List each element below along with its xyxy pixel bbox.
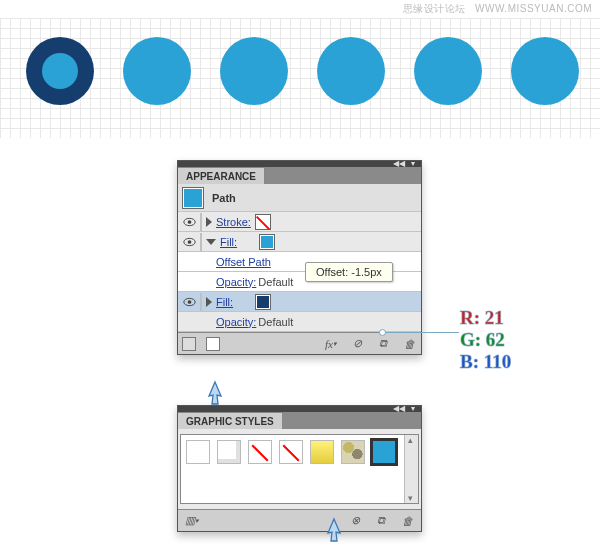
target-type: Path xyxy=(212,192,236,204)
circle[interactable] xyxy=(123,37,191,105)
style-thumb-selected[interactable] xyxy=(372,440,396,464)
circle-ring[interactable] xyxy=(26,37,94,105)
fill-label[interactable]: Fill: xyxy=(216,296,233,308)
pointer-arrow xyxy=(325,517,343,543)
watermark: 思缘设计论坛 WWW.MISSYUAN.COM xyxy=(403,2,592,16)
styles-list[interactable] xyxy=(180,434,419,504)
fill-row-2[interactable]: Fill: xyxy=(178,292,421,312)
new-art-icon[interactable] xyxy=(206,337,220,351)
trash-icon[interactable]: 🗑 xyxy=(399,513,415,529)
watermark-en: WWW.MISSYUAN.COM xyxy=(475,3,592,14)
stroke-row[interactable]: Stroke: xyxy=(178,212,421,232)
fill-swatch-cyan[interactable] xyxy=(259,234,275,250)
svg-point-3 xyxy=(187,240,191,244)
fx-icon[interactable]: fx▾ xyxy=(323,336,339,352)
no-selection-icon[interactable] xyxy=(182,337,196,351)
panel-tabs: GRAPHIC STYLES xyxy=(178,412,421,429)
style-thumb[interactable] xyxy=(341,440,365,464)
callout-line xyxy=(384,332,459,333)
target-swatch xyxy=(182,187,204,209)
opacity-value: Default xyxy=(258,276,293,288)
expand-icon[interactable] xyxy=(206,217,212,227)
watermark-cn: 思缘设计论坛 xyxy=(403,3,466,14)
expand-icon[interactable] xyxy=(206,297,212,307)
collapse-icon[interactable] xyxy=(206,239,216,245)
panel-tabs: APPEARANCE xyxy=(178,167,421,184)
circle[interactable] xyxy=(511,37,579,105)
new-style-icon[interactable]: ⧉ xyxy=(373,513,389,529)
duplicate-icon[interactable]: ⧉ xyxy=(375,336,391,352)
style-thumb[interactable] xyxy=(217,440,241,464)
tab-graphic-styles[interactable]: GRAPHIC STYLES xyxy=(178,412,283,429)
rgb-callout: R: 21 G: 62 B: 110 xyxy=(460,307,511,373)
circle[interactable] xyxy=(317,37,385,105)
offset-tooltip: Offset: -1.5px xyxy=(305,262,393,282)
appearance-panel: ◀◀▾ APPEARANCE Path Stroke: Fill: Offset… xyxy=(177,160,422,355)
trash-icon[interactable]: 🗑 xyxy=(401,336,417,352)
offset-path-link[interactable]: Offset Path xyxy=(216,256,271,268)
visibility-icon[interactable] xyxy=(182,215,196,229)
style-thumb[interactable] xyxy=(186,440,210,464)
fill-swatch-navy[interactable] xyxy=(255,294,271,310)
visibility-icon[interactable] xyxy=(182,295,196,309)
styles-footer: ▥▾ ⊗ ⧉ 🗑 xyxy=(178,509,421,531)
opacity-label[interactable]: Opacity: xyxy=(216,276,256,288)
fill-row-1[interactable]: Fill: xyxy=(178,232,421,252)
opacity-value: Default xyxy=(258,316,293,328)
style-thumb[interactable] xyxy=(310,440,334,464)
break-link-icon[interactable]: ⊗ xyxy=(347,513,363,529)
scrollbar[interactable] xyxy=(404,435,418,503)
style-thumb[interactable] xyxy=(279,440,303,464)
circle[interactable] xyxy=(220,37,288,105)
appearance-target-row[interactable]: Path xyxy=(178,184,421,212)
library-menu-icon[interactable]: ▥▾ xyxy=(184,513,200,529)
clear-appearance-icon[interactable]: ⊘ xyxy=(349,336,365,352)
visibility-icon[interactable] xyxy=(182,235,196,249)
svg-point-5 xyxy=(187,300,191,304)
tab-appearance[interactable]: APPEARANCE xyxy=(178,167,265,184)
opacity-label[interactable]: Opacity: xyxy=(216,316,256,328)
circle-row xyxy=(26,37,579,105)
style-thumb[interactable] xyxy=(248,440,272,464)
stroke-swatch-none[interactable] xyxy=(255,214,271,230)
graphic-styles-panel: ◀◀▾ GRAPHIC STYLES ▥▾ ⊗ ⧉ 🗑 xyxy=(177,405,422,532)
stroke-label[interactable]: Stroke: xyxy=(216,216,251,228)
fill-label[interactable]: Fill: xyxy=(220,236,237,248)
svg-point-1 xyxy=(187,220,191,224)
pointer-arrow xyxy=(206,380,224,406)
circle[interactable] xyxy=(414,37,482,105)
